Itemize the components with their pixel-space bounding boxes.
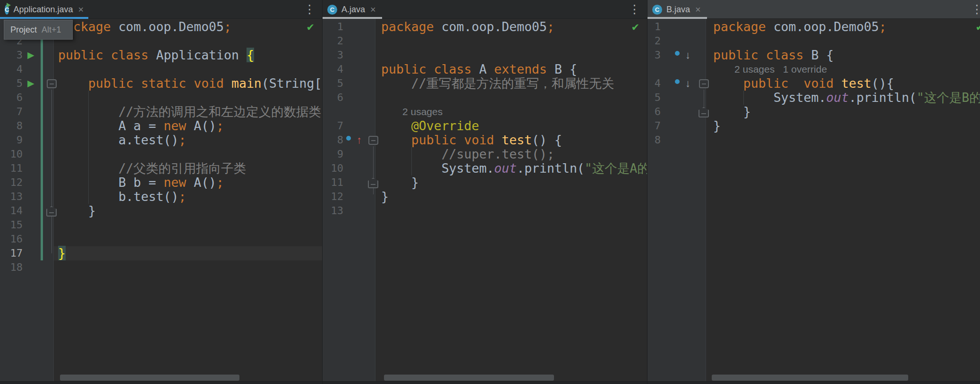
code-line: 1package com.oop.Demo05;: [323, 20, 647, 34]
tab-close-icon[interactable]: ×: [370, 5, 376, 14]
line-number: 8: [323, 133, 343, 147]
inspections-ok-icon[interactable]: ✔: [631, 22, 639, 33]
code-line: 5 System.out.println("这个是B的: [648, 91, 980, 105]
fold-end-icon[interactable]: [699, 107, 709, 117]
line-number: 6: [0, 91, 23, 105]
line-number: 7: [648, 119, 661, 133]
method-overridden-icon[interactable]: [675, 51, 680, 56]
line-number: 18: [0, 260, 23, 275]
line-number: 10: [323, 161, 343, 175]
tab-B.java[interactable]: CB.java×: [648, 0, 707, 19]
tab-list-menu-icon[interactable]: ⋮: [629, 2, 640, 16]
line-number: 11: [323, 175, 343, 190]
code-text: @Override: [381, 119, 479, 133]
code-text: System.out.println("这个是A的: [381, 161, 647, 175]
line-number: 2: [323, 34, 343, 48]
java-class-icon: C: [652, 5, 662, 15]
horizontal-scrollbar-thumb[interactable]: [60, 375, 239, 381]
code-line: 8↑ public void test() {: [323, 133, 647, 147]
editor-pane-A.java: CA.java×⋮1package com.oop.Demo05;234publ…: [323, 0, 647, 384]
horizontal-scrollbar-thumb[interactable]: [384, 375, 554, 381]
code-editor[interactable]: 1package com.oop.Demo05;23↓public class …: [648, 19, 980, 384]
run-gutter-icon[interactable]: ▶: [27, 48, 34, 62]
fold-end-icon[interactable]: [368, 178, 378, 188]
line-number: 3: [648, 48, 661, 62]
line-number: 12: [323, 190, 343, 204]
code-line: 3▶public class Application {: [0, 48, 322, 62]
line-number: 10: [0, 147, 23, 161]
line-number: 2: [648, 34, 661, 48]
tab-A.java[interactable]: CA.java×: [323, 0, 382, 19]
tab-label: Application.java: [13, 5, 73, 15]
line-number: 4: [323, 62, 343, 76]
code-line: 5▶ public static void main(String[: [0, 76, 322, 91]
code-text: }: [381, 190, 389, 204]
code-line: 4↓ public void test(){: [648, 76, 980, 91]
code-text: public static void main(String[: [58, 76, 322, 91]
line-number: 8: [0, 119, 23, 133]
code-text: //方法的调用之和左边定义的数据类: [58, 105, 321, 119]
code-text: package com.oop.Demo05;: [381, 20, 554, 34]
code-line: 13: [323, 204, 647, 218]
code-text: a.test();: [58, 133, 186, 147]
run-gutter-icon[interactable]: ▶: [27, 76, 34, 91]
tab-list-menu-icon[interactable]: ⋮: [304, 2, 315, 16]
pane-separator: [647, 0, 648, 384]
line-number: 6: [648, 105, 661, 119]
usages-inlay-hint[interactable]: 2 usages 1 override: [734, 62, 827, 76]
code-text: System.out.println("这个是B的: [713, 91, 980, 105]
method-overridden-icon[interactable]: [675, 79, 680, 84]
line-number: 9: [323, 147, 343, 161]
code-text: A a = new A();: [58, 119, 224, 133]
tab-close-icon[interactable]: ×: [695, 5, 701, 14]
fold-end-icon[interactable]: [46, 206, 57, 217]
line-number: 9: [0, 133, 23, 147]
line-number: 8: [648, 133, 661, 147]
code-text: }: [713, 119, 721, 133]
code-editor[interactable]: 1package com.oop.Demo05;23▶public class …: [0, 19, 322, 384]
line-number: 15: [0, 218, 23, 232]
tab-close-icon[interactable]: ×: [78, 5, 84, 14]
inspections-ok-icon[interactable]: ✔: [306, 22, 315, 33]
code-line: 14 }: [0, 204, 322, 218]
code-text: package com.oop.Demo05;: [713, 20, 886, 34]
window-bottom-edge: [0, 381, 980, 384]
line-number: 5: [648, 91, 661, 105]
override-down-arrow-icon[interactable]: ↓: [685, 76, 690, 91]
tooltip-label: Project: [10, 25, 37, 35]
code-line: 10: [0, 147, 322, 161]
code-line: 15: [0, 218, 322, 232]
code-text: //父类的引用指向子类: [58, 161, 246, 175]
inspections-ok-icon[interactable]: ✔: [975, 22, 980, 33]
code-line: 17}: [0, 246, 322, 260]
java-class-icon: C: [5, 5, 9, 15]
code-line: 9 //super.test();: [323, 147, 647, 161]
tab-list-menu-icon[interactable]: ⋮: [971, 2, 980, 16]
override-down-arrow-icon[interactable]: ↓: [685, 48, 690, 62]
code-text: public class Application {: [58, 48, 254, 62]
fold-collapse-icon[interactable]: [368, 136, 378, 145]
code-text: //重写都是方法的重写，和属性无关: [381, 76, 614, 91]
code-editor[interactable]: 1package com.oop.Demo05;234public class …: [323, 19, 647, 384]
code-line: 2: [648, 34, 980, 48]
line-number: 16: [0, 232, 23, 246]
horizontal-scrollbar-thumb[interactable]: [712, 375, 908, 381]
code-line: 1package com.oop.Demo05;: [648, 20, 980, 34]
code-line: 2: [323, 34, 647, 48]
code-text: }: [58, 246, 66, 260]
fold-collapse-icon[interactable]: [47, 79, 57, 88]
tab-label: A.java: [341, 5, 365, 15]
line-number: 4: [648, 76, 661, 91]
line-number: 13: [323, 204, 343, 218]
tab-label: B.java: [666, 5, 690, 15]
line-number: 5: [0, 76, 23, 91]
fold-collapse-icon[interactable]: [699, 79, 709, 88]
code-line: 6 }: [648, 105, 980, 119]
ide-window: CApplication.java×⋮1package com.oop.Demo…: [0, 0, 980, 384]
usages-inlay-hint[interactable]: 2 usages: [402, 105, 443, 119]
project-toolwindow-tooltip: Project Alt+1: [4, 20, 73, 40]
code-line: 12}: [323, 190, 647, 204]
overrides-method-icon[interactable]: [346, 136, 351, 141]
override-up-arrow-icon[interactable]: ↑: [357, 133, 362, 147]
tab-Application.java[interactable]: CApplication.java×: [0, 0, 88, 19]
